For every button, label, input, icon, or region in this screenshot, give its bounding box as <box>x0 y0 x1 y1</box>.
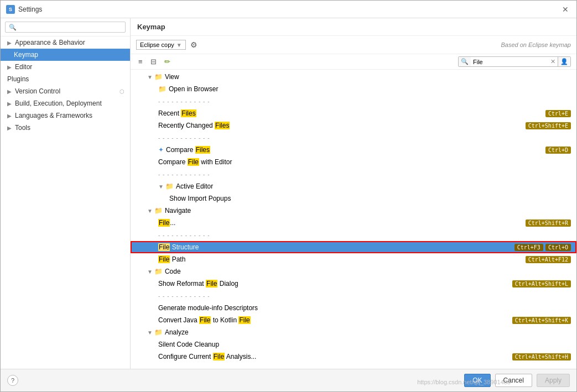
folder-icon: 📁 <box>154 207 163 215</box>
sidebar-item-plugins[interactable]: Plugins <box>1 73 130 85</box>
ok-button[interactable]: OK <box>464 374 490 387</box>
main-content: ▶ Appearance & Behavior Keymap ▶ Editor … <box>1 18 576 369</box>
item-label: Configure Current File Analysis... <box>158 353 256 360</box>
item-label: Show Import Popups <box>169 195 231 202</box>
title-bar: S Settings ✕ <box>1 1 576 18</box>
list-item[interactable]: Silent Code Cleanup <box>131 338 576 351</box>
sidebar-search-input[interactable] <box>5 22 126 33</box>
list-item[interactable]: ▼ 📁 Analyze <box>131 326 576 338</box>
list-item[interactable]: Compare File with Editor <box>131 156 576 168</box>
title-bar-left: S Settings <box>6 5 42 14</box>
list-item-separator: - - - - - - - - - - - - <box>131 229 576 241</box>
list-item[interactable]: Show Import Popups <box>131 192 576 205</box>
list-item[interactable]: ✦ Compare Files Ctrl+D <box>131 144 576 156</box>
list-item[interactable]: 📁 Open in Browser <box>131 83 576 95</box>
list-item[interactable]: File... Ctrl+Shift+R <box>131 217 576 229</box>
shortcut-label: Ctrl+Shift+R <box>526 219 571 227</box>
sidebar-item-languages[interactable]: ▶ Languages & Frameworks <box>1 109 130 122</box>
sidebar-item-tools[interactable]: ▶ Tools <box>1 122 130 134</box>
list-item[interactable]: ▼ 📁 View <box>131 71 576 83</box>
list-item[interactable]: File Path Ctrl+Alt+F12 <box>131 253 576 265</box>
item-label: Analyze <box>165 328 189 336</box>
toolbar-row: ≡ ⊟ ✏ 🔍 ✕ 👤 <box>131 54 576 70</box>
arrow-icon: ▶ <box>7 64 12 70</box>
shortcut-label: Ctrl+E <box>545 110 571 117</box>
keymap-search-input[interactable] <box>471 58 548 66</box>
list-item[interactable]: Generate module-info Descriptors <box>131 302 576 314</box>
arrow-icon: ▼ <box>158 184 164 190</box>
footer-left: ? <box>7 375 18 386</box>
edit-shortcut-button[interactable]: ✏ <box>162 56 173 67</box>
list-item-file-structure[interactable]: File Structure Ctrl+F3 Ctrl+O <box>131 241 576 253</box>
item-label: Show Reformat File Dialog <box>158 280 238 288</box>
item-label: Recently Changed Files <box>158 122 230 129</box>
item-label: Convert Java File to Kotlin File <box>158 316 251 324</box>
sidebar-search-box <box>1 18 130 36</box>
sidebar-item-appearance[interactable]: ▶ Appearance & Behavior <box>1 36 130 49</box>
keymap-based-label: Based on Eclipse keymap <box>501 41 571 48</box>
folder-icon: 📁 <box>154 328 163 336</box>
item-label: Active Editor <box>176 182 213 190</box>
list-item[interactable]: Configure Current File Analysis... Ctrl+… <box>131 351 576 363</box>
item-label: Compare File with Editor <box>158 158 232 166</box>
collapse-all-button[interactable]: ⊟ <box>148 56 159 67</box>
item-label: Open in Browser <box>169 85 218 93</box>
folder-icon: 📁 <box>158 85 167 93</box>
kbd-shortcut: Ctrl+Shift+E <box>526 122 571 129</box>
kbd-shortcut: Ctrl+Shift+R <box>526 219 571 227</box>
sidebar-item-build[interactable]: ▶ Build, Execution, Deployment <box>1 97 130 109</box>
sidebar-item-label: Plugins <box>7 75 29 83</box>
close-button[interactable]: ✕ <box>560 4 571 15</box>
cancel-button[interactable]: Cancel <box>495 374 532 387</box>
arrow-icon: ▶ <box>7 88 12 95</box>
sidebar-item-label: Appearance & Behavior <box>15 39 85 46</box>
arrow-icon: ▶ <box>7 125 12 131</box>
list-item[interactable]: Recently Changed Files Ctrl+Shift+E <box>131 119 576 132</box>
keymap-dropdown[interactable]: Eclipse copy ▼ <box>136 40 186 50</box>
shortcut-label: Ctrl+Alt+Shift+K <box>512 317 571 324</box>
arrow-icon: ▶ <box>7 101 12 107</box>
search-settings-icon[interactable]: 👤 <box>558 57 570 66</box>
keymap-list: ▼ 📁 View 📁 Open in Browser - - - - - - -… <box>131 70 576 369</box>
expand-all-button[interactable]: ≡ <box>136 56 145 67</box>
list-item[interactable]: ▼ 📁 Code <box>131 265 576 278</box>
list-item[interactable]: Show Reformat File Dialog Ctrl+Alt+Shift… <box>131 278 576 290</box>
list-item[interactable]: Convert Java File to Kotlin File Ctrl+Al… <box>131 314 576 326</box>
sidebar-item-label: Version Control <box>15 87 60 95</box>
arrow-icon: ▶ <box>7 113 12 119</box>
sidebar-item-label: Languages & Frameworks <box>15 112 92 119</box>
list-item[interactable]: Recent Files Ctrl+E <box>131 107 576 119</box>
keymap-settings-button[interactable]: ⚙ <box>188 39 200 50</box>
item-label: Compare Files <box>166 146 210 154</box>
kbd-shortcut: Ctrl+Alt+Shift+H <box>512 353 571 360</box>
search-icon: 🔍 <box>459 57 471 66</box>
folder-icon: 📁 <box>165 182 174 190</box>
shortcut-label: Ctrl+Shift+E <box>526 122 571 129</box>
search-container: 🔍 ✕ 👤 <box>458 56 571 67</box>
keymap-dropdown-value: Eclipse copy <box>140 41 174 48</box>
apply-button[interactable]: Apply <box>537 374 570 387</box>
sidebar-item-keymap[interactable]: Keymap <box>1 49 130 61</box>
shortcut-label: Ctrl+Alt+Shift+H <box>512 353 571 360</box>
list-item[interactable]: ▼ 📁 Active Editor <box>131 180 576 192</box>
item-label: Recent Files <box>158 109 196 117</box>
help-button[interactable]: ? <box>7 375 18 386</box>
sidebar-item-editor[interactable]: ▶ Editor <box>1 61 130 73</box>
item-label: File Structure <box>158 243 199 251</box>
kbd-shortcut-alt: Ctrl+O <box>545 244 571 251</box>
settings-dialog: S Settings ✕ ▶ Appearance & Behavior Key… <box>0 0 577 392</box>
kbd-shortcut: Ctrl+Alt+F12 <box>526 256 571 263</box>
item-label: Silent Code Cleanup <box>158 341 219 348</box>
list-item[interactable]: ▼ 📁 Navigate <box>131 205 576 217</box>
arrow-icon: ▶ <box>7 40 12 46</box>
dropdown-arrow-icon: ▼ <box>176 42 182 48</box>
sidebar-item-label: Tools <box>15 124 30 132</box>
shortcut-label: Ctrl+Alt+Shift+L <box>512 280 571 288</box>
sidebar-item-version-control[interactable]: ▶ Version Control ⬡ <box>1 85 130 97</box>
item-label: Code <box>165 268 181 275</box>
item-label: Generate module-info Descriptors <box>158 304 258 312</box>
shortcut-label: Ctrl+Alt+F12 <box>526 256 571 263</box>
keymap-header: Keymap <box>131 18 576 36</box>
search-clear-button[interactable]: ✕ <box>548 57 558 66</box>
arrow-icon: ▼ <box>147 330 153 336</box>
